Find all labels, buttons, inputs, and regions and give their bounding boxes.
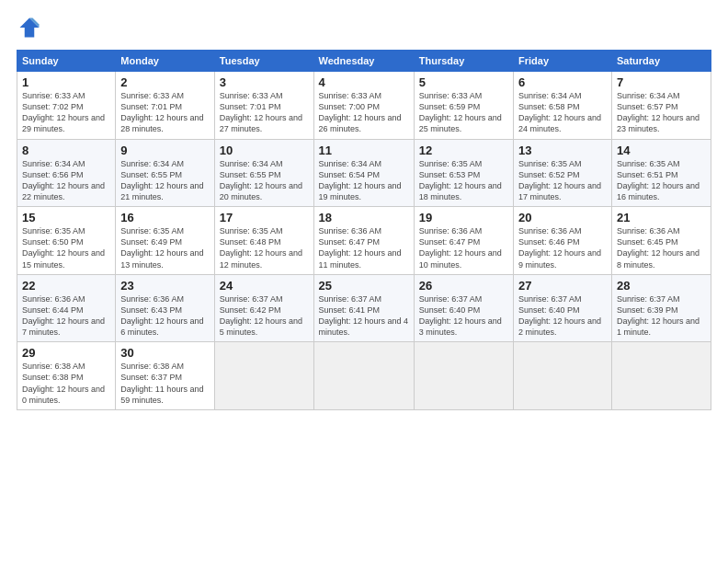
day-number: 16: [120, 211, 210, 224]
day-number: 1: [22, 75, 110, 89]
calendar-cell: 25Sunrise: 6:37 AM Sunset: 6:41 PM Dayli…: [313, 274, 414, 342]
day-info: Sunrise: 6:34 AM Sunset: 6:57 PM Dayligh…: [617, 90, 706, 135]
day-number: 14: [617, 144, 706, 157]
svg-marker-0: [20, 18, 40, 38]
day-number: 15: [22, 211, 110, 224]
calendar-cell: 1Sunrise: 6:33 AM Sunset: 7:02 PM Daylig…: [17, 72, 116, 140]
col-header-thursday: Thursday: [414, 51, 513, 72]
day-info: Sunrise: 6:33 AM Sunset: 7:01 PM Dayligh…: [120, 90, 210, 135]
day-info: Sunrise: 6:36 AM Sunset: 6:46 PM Dayligh…: [518, 225, 607, 270]
day-number: 30: [120, 346, 210, 360]
col-header-tuesday: Tuesday: [214, 51, 313, 72]
day-number: 27: [518, 279, 607, 293]
day-number: 17: [220, 211, 309, 224]
calendar-cell: 21Sunrise: 6:36 AM Sunset: 6:45 PM Dayli…: [611, 207, 711, 275]
calendar-cell: 11Sunrise: 6:34 AM Sunset: 6:54 PM Dayli…: [313, 139, 414, 207]
calendar-cell: 15Sunrise: 6:35 AM Sunset: 6:50 PM Dayli…: [17, 207, 116, 275]
calendar-cell: 7Sunrise: 6:34 AM Sunset: 6:57 PM Daylig…: [611, 72, 711, 140]
day-info: Sunrise: 6:33 AM Sunset: 7:00 PM Dayligh…: [319, 90, 409, 135]
calendar-cell: 27Sunrise: 6:37 AM Sunset: 6:40 PM Dayli…: [514, 274, 612, 342]
day-info: Sunrise: 6:36 AM Sunset: 6:44 PM Dayligh…: [22, 293, 110, 339]
day-info: Sunrise: 6:33 AM Sunset: 7:01 PM Dayligh…: [220, 90, 309, 135]
col-header-wednesday: Wednesday: [313, 51, 414, 72]
calendar-cell: 22Sunrise: 6:36 AM Sunset: 6:44 PM Dayli…: [17, 274, 116, 342]
day-info: Sunrise: 6:37 AM Sunset: 6:40 PM Dayligh…: [518, 293, 607, 339]
calendar-cell: [514, 342, 612, 410]
day-info: Sunrise: 6:35 AM Sunset: 6:51 PM Dayligh…: [617, 158, 706, 203]
day-number: 2: [120, 75, 210, 89]
day-info: Sunrise: 6:37 AM Sunset: 6:40 PM Dayligh…: [419, 293, 508, 339]
day-number: 20: [518, 211, 607, 224]
day-number: 4: [319, 75, 409, 89]
day-number: 28: [617, 279, 706, 293]
col-header-sunday: Sunday: [17, 51, 116, 72]
calendar-cell: 5Sunrise: 6:33 AM Sunset: 6:59 PM Daylig…: [414, 72, 513, 140]
calendar-row-2: 15Sunrise: 6:35 AM Sunset: 6:50 PM Dayli…: [17, 207, 711, 275]
calendar-table: SundayMondayTuesdayWednesdayThursdayFrid…: [17, 50, 711, 410]
calendar-cell: 17Sunrise: 6:35 AM Sunset: 6:48 PM Dayli…: [214, 207, 313, 275]
day-info: Sunrise: 6:35 AM Sunset: 6:52 PM Dayligh…: [518, 158, 607, 203]
day-number: 23: [120, 279, 210, 293]
day-info: Sunrise: 6:33 AM Sunset: 6:59 PM Dayligh…: [419, 90, 508, 135]
day-number: 29: [22, 346, 110, 360]
calendar-row-4: 29Sunrise: 6:38 AM Sunset: 6:38 PM Dayli…: [17, 342, 711, 410]
calendar-cell: 30Sunrise: 6:38 AM Sunset: 6:37 PM Dayli…: [116, 342, 215, 410]
day-info: Sunrise: 6:34 AM Sunset: 6:54 PM Dayligh…: [319, 158, 409, 203]
calendar-cell: 4Sunrise: 6:33 AM Sunset: 7:00 PM Daylig…: [313, 72, 414, 140]
day-info: Sunrise: 6:37 AM Sunset: 6:41 PM Dayligh…: [319, 293, 409, 339]
day-info: Sunrise: 6:34 AM Sunset: 6:58 PM Dayligh…: [518, 90, 607, 135]
day-number: 12: [419, 144, 508, 157]
day-number: 19: [419, 211, 508, 224]
calendar-cell: [414, 342, 513, 410]
day-info: Sunrise: 6:35 AM Sunset: 6:48 PM Dayligh…: [220, 225, 309, 270]
day-info: Sunrise: 6:36 AM Sunset: 6:47 PM Dayligh…: [319, 225, 409, 270]
day-number: 13: [518, 144, 607, 157]
calendar-cell: 26Sunrise: 6:37 AM Sunset: 6:40 PM Dayli…: [414, 274, 513, 342]
calendar-cell: [214, 342, 313, 410]
calendar-cell: 29Sunrise: 6:38 AM Sunset: 6:38 PM Dayli…: [17, 342, 116, 410]
calendar-cell: 14Sunrise: 6:35 AM Sunset: 6:51 PM Dayli…: [611, 139, 711, 207]
calendar-row-0: 1Sunrise: 6:33 AM Sunset: 7:02 PM Daylig…: [17, 72, 711, 140]
col-header-friday: Friday: [514, 51, 612, 72]
day-number: 6: [518, 75, 607, 89]
day-number: 25: [319, 279, 409, 293]
day-info: Sunrise: 6:37 AM Sunset: 6:39 PM Dayligh…: [617, 293, 706, 339]
header: [17, 15, 711, 40]
day-number: 18: [319, 211, 409, 224]
calendar-row-1: 8Sunrise: 6:34 AM Sunset: 6:56 PM Daylig…: [17, 139, 711, 207]
day-info: Sunrise: 6:35 AM Sunset: 6:53 PM Dayligh…: [419, 158, 508, 203]
calendar-cell: 12Sunrise: 6:35 AM Sunset: 6:53 PM Dayli…: [414, 139, 513, 207]
day-info: Sunrise: 6:38 AM Sunset: 6:37 PM Dayligh…: [120, 361, 210, 406]
col-header-monday: Monday: [116, 51, 215, 72]
calendar-cell: 6Sunrise: 6:34 AM Sunset: 6:58 PM Daylig…: [514, 72, 612, 140]
header-row: SundayMondayTuesdayWednesdayThursdayFrid…: [17, 51, 711, 72]
day-number: 21: [617, 211, 706, 224]
day-info: Sunrise: 6:34 AM Sunset: 6:56 PM Dayligh…: [22, 158, 110, 203]
day-info: Sunrise: 6:36 AM Sunset: 6:47 PM Dayligh…: [419, 225, 508, 270]
day-number: 7: [617, 75, 706, 89]
calendar-cell: 16Sunrise: 6:35 AM Sunset: 6:49 PM Dayli…: [116, 207, 215, 275]
day-number: 22: [22, 279, 110, 293]
day-info: Sunrise: 6:37 AM Sunset: 6:42 PM Dayligh…: [220, 293, 309, 339]
day-info: Sunrise: 6:36 AM Sunset: 6:45 PM Dayligh…: [617, 225, 706, 270]
day-number: 11: [319, 144, 409, 157]
calendar-page: SundayMondayTuesdayWednesdayThursdayFrid…: [0, 0, 728, 563]
calendar-cell: 20Sunrise: 6:36 AM Sunset: 6:46 PM Dayli…: [514, 207, 612, 275]
calendar-cell: 23Sunrise: 6:36 AM Sunset: 6:43 PM Dayli…: [116, 274, 215, 342]
day-info: Sunrise: 6:36 AM Sunset: 6:43 PM Dayligh…: [120, 293, 210, 339]
day-info: Sunrise: 6:34 AM Sunset: 6:55 PM Dayligh…: [120, 158, 210, 203]
calendar-cell: 24Sunrise: 6:37 AM Sunset: 6:42 PM Dayli…: [214, 274, 313, 342]
day-number: 8: [22, 144, 110, 157]
col-header-saturday: Saturday: [611, 51, 711, 72]
calendar-cell: 10Sunrise: 6:34 AM Sunset: 6:55 PM Dayli…: [214, 139, 313, 207]
day-number: 3: [220, 75, 309, 89]
day-number: 26: [419, 279, 508, 293]
day-info: Sunrise: 6:34 AM Sunset: 6:55 PM Dayligh…: [220, 158, 309, 203]
calendar-cell: 9Sunrise: 6:34 AM Sunset: 6:55 PM Daylig…: [116, 139, 215, 207]
calendar-cell: 13Sunrise: 6:35 AM Sunset: 6:52 PM Dayli…: [514, 139, 612, 207]
day-info: Sunrise: 6:33 AM Sunset: 7:02 PM Dayligh…: [22, 90, 110, 135]
day-number: 10: [220, 144, 309, 157]
calendar-cell: 28Sunrise: 6:37 AM Sunset: 6:39 PM Dayli…: [611, 274, 711, 342]
day-number: 9: [120, 144, 210, 157]
day-info: Sunrise: 6:35 AM Sunset: 6:50 PM Dayligh…: [22, 225, 110, 270]
